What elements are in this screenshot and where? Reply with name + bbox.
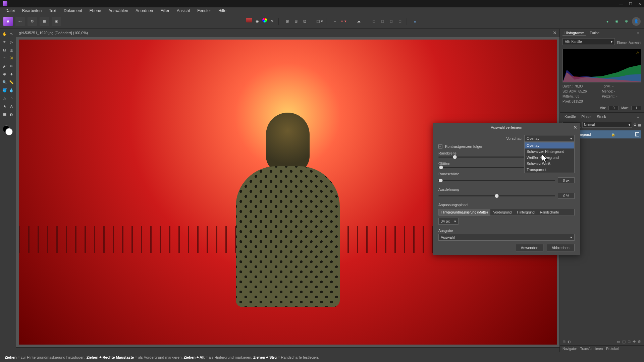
- hand-tool[interactable]: ✋: [2, 31, 8, 37]
- dialog-close-icon[interactable]: ✕: [573, 125, 577, 130]
- blur-tool[interactable]: ○: [9, 95, 15, 102]
- menu-ebene[interactable]: Ebene: [86, 8, 105, 14]
- liquify-icon[interactable]: 〰: [15, 17, 25, 26]
- menu-text[interactable]: Text: [46, 8, 60, 14]
- apply-button[interactable]: Anwenden: [516, 244, 543, 251]
- align-icon[interactable]: ⫤: [331, 18, 338, 25]
- crop-tool[interactable]: ⊡: [2, 47, 8, 53]
- minimize-button[interactable]: —: [619, 2, 623, 6]
- close-button[interactable]: ✕: [638, 2, 641, 6]
- circle-icon[interactable]: ◉: [254, 18, 261, 25]
- mode-matte[interactable]: Hintergrundmaskierung (Matte): [439, 209, 490, 216]
- circ3-icon[interactable]: ⊕: [623, 18, 630, 25]
- move-tool[interactable]: ↖: [9, 31, 15, 37]
- heal-tool[interactable]: ✚: [9, 71, 15, 77]
- fill-tool[interactable]: 🪣: [2, 87, 8, 94]
- menu-anordnen[interactable]: Anordnen: [132, 8, 156, 14]
- node-tool[interactable]: ▷: [9, 39, 15, 45]
- color-wheel-icon[interactable]: [262, 18, 267, 22]
- li6-icon[interactable]: ✚: [633, 340, 636, 344]
- mode-background[interactable]: Hintergrund: [514, 209, 537, 216]
- mode-feather[interactable]: Randschärfe: [537, 209, 562, 216]
- cloud-icon[interactable]: ☁: [355, 18, 362, 25]
- feather-value[interactable]: 0 px: [558, 177, 575, 183]
- menu-hilfe[interactable]: Hilfe: [215, 8, 230, 14]
- fx-icon[interactable]: ⚙: [633, 123, 637, 127]
- tab-kanaele[interactable]: Kanäle: [562, 114, 578, 119]
- pen-tool[interactable]: ✒: [2, 39, 8, 45]
- feather-slider[interactable]: [438, 180, 555, 181]
- li1-icon[interactable]: ⊞: [562, 340, 566, 344]
- tab-histogramm[interactable]: Histogramm: [562, 30, 586, 36]
- hist-ebene[interactable]: Ebene: [617, 41, 627, 45]
- tone-icon[interactable]: ▦: [40, 17, 49, 26]
- grad-tool[interactable]: ▦: [2, 111, 8, 118]
- li7-icon[interactable]: 🗑: [638, 340, 641, 344]
- tab-farbe[interactable]: Farbe: [588, 30, 601, 36]
- develop-icon[interactable]: ⚙: [28, 17, 37, 26]
- brush-tool[interactable]: 🖌: [2, 63, 8, 69]
- expand-value[interactable]: 0 %: [558, 193, 575, 199]
- shape-tool[interactable]: ★: [2, 103, 8, 110]
- clone-tool[interactable]: ⊕: [2, 71, 8, 77]
- panel-menu-icon[interactable]: ≡: [635, 30, 641, 36]
- circ2-icon[interactable]: ◉: [613, 18, 621, 25]
- list-icon[interactable]: ≡: [411, 18, 419, 25]
- measure-tool[interactable]: 📏: [9, 79, 15, 85]
- lasso-tool[interactable]: 〰: [2, 55, 8, 61]
- panel-menu2-icon[interactable]: ≡: [635, 114, 641, 119]
- pencil-tool[interactable]: ✏: [9, 63, 15, 69]
- preview-dropdown[interactable]: Overlay▾ Overlay Schwarzer Hintergrund W…: [524, 135, 575, 142]
- magic-tool[interactable]: ✨: [9, 55, 15, 61]
- menu-filter[interactable]: Filter: [157, 8, 173, 14]
- export-icon[interactable]: ▣: [52, 17, 61, 26]
- grid2-icon[interactable]: ⊟: [292, 18, 300, 25]
- mode-foreground[interactable]: Vordergrund: [490, 209, 514, 216]
- opt-overlay[interactable]: Overlay: [525, 142, 574, 148]
- h-scrollbar[interactable]: [16, 347, 559, 352]
- menu-dokument[interactable]: Dokument: [60, 8, 86, 14]
- li3-icon[interactable]: ▭: [617, 340, 620, 344]
- grid1-icon[interactable]: ⊞: [283, 18, 291, 25]
- crop-icon[interactable]: ◫ ▾: [316, 18, 323, 25]
- text-tool[interactable]: A: [9, 103, 15, 110]
- li5-icon[interactable]: ⊡: [628, 340, 631, 344]
- lock-icon[interactable]: ▦: [638, 123, 641, 127]
- user-avatar[interactable]: 👤: [632, 17, 641, 26]
- snap-icon[interactable]: ✦ ▾: [340, 18, 347, 25]
- document-tab[interactable]: girl-535251_1920.jpg [Geändert] (100,0%): [19, 31, 88, 35]
- tab-stock[interactable]: Stock: [595, 114, 608, 119]
- color-swatch[interactable]: [3, 125, 13, 135]
- min-input[interactable]: [608, 106, 619, 110]
- marquee-tool[interactable]: ◫: [9, 47, 15, 53]
- hist-auswahl[interactable]: Auswahl: [629, 41, 641, 45]
- tab-protokoll[interactable]: Protokoll: [606, 347, 619, 351]
- zoom-tool[interactable]: 🔍: [2, 79, 8, 85]
- layer-visible-icon[interactable]: ✓: [635, 132, 639, 136]
- max-input[interactable]: [631, 106, 641, 110]
- blend-dropdown[interactable]: Normal▾: [582, 122, 632, 128]
- menu-ansicht[interactable]: Ansicht: [173, 8, 193, 14]
- tab-navigator[interactable]: Navigator: [562, 347, 577, 351]
- gradient-icon[interactable]: [246, 18, 252, 22]
- li4-icon[interactable]: ◫: [622, 340, 626, 344]
- layer-lock-icon[interactable]: 🔒: [611, 133, 615, 136]
- tab-transformieren[interactable]: Transformieren: [580, 347, 603, 351]
- channels-dropdown[interactable]: Alle Kanäle▾: [562, 38, 615, 45]
- opt-white-bg[interactable]: Weißer Hintergrund: [525, 155, 574, 161]
- opt-transparent[interactable]: Transparent: [525, 167, 574, 173]
- opt-black-bg[interactable]: Schwarzer Hintergrund: [525, 148, 574, 155]
- sharpen-tool[interactable]: △: [2, 95, 8, 102]
- dodge-tool[interactable]: ◐: [9, 111, 15, 118]
- grid3-icon[interactable]: ⊡: [301, 18, 308, 25]
- maximize-button[interactable]: ☐: [629, 2, 632, 6]
- menu-auswaehlen[interactable]: Auswählen: [105, 8, 131, 14]
- opt-bw[interactable]: Schwarz-Weiß: [525, 161, 574, 167]
- drop-tool[interactable]: 💧: [9, 87, 15, 94]
- tab-pinsel[interactable]: Pinsel: [579, 114, 593, 119]
- li2-icon[interactable]: ◐: [568, 340, 571, 344]
- eyedropper-icon[interactable]: ✎: [268, 18, 276, 25]
- menu-bearbeiten[interactable]: Bearbeiten: [19, 8, 45, 14]
- output-dropdown[interactable]: Auswahl▾: [438, 234, 575, 241]
- circ1-icon[interactable]: ●: [604, 18, 611, 25]
